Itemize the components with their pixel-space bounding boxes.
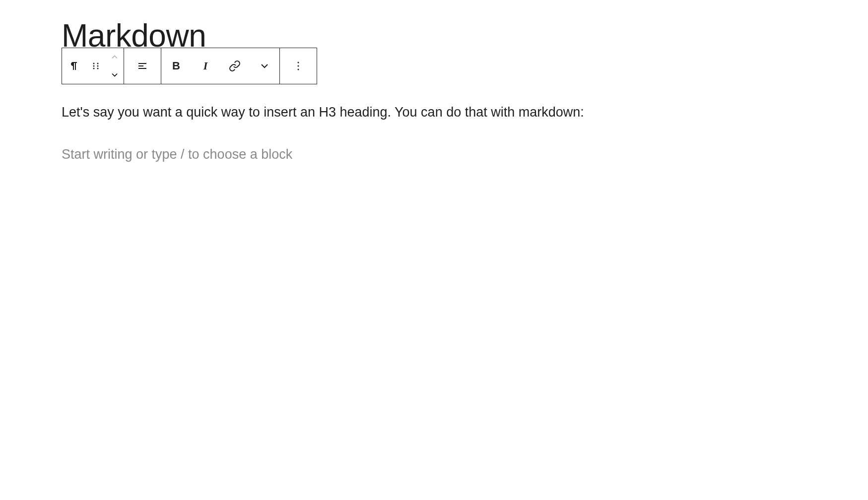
svg-point-2	[93, 68, 95, 69]
svg-point-1	[93, 65, 95, 67]
svg-point-4	[97, 65, 99, 67]
bold-button[interactable]: B	[161, 48, 191, 84]
mover-group	[106, 48, 124, 84]
bold-icon: B	[172, 60, 180, 72]
paragraph-block-icon[interactable]	[62, 48, 86, 84]
content-paragraph[interactable]: Let's say you want a quick way to insert…	[62, 102, 868, 123]
more-vertical-icon	[292, 60, 304, 72]
chevron-down-icon	[110, 70, 120, 80]
svg-point-10	[298, 65, 299, 67]
align-button[interactable]	[124, 48, 161, 84]
more-format-button[interactable]	[250, 48, 279, 84]
drag-icon	[90, 60, 102, 72]
svg-point-0	[93, 63, 95, 64]
chevron-down-icon	[259, 60, 270, 72]
link-icon	[229, 60, 241, 72]
more-options-button[interactable]	[280, 48, 317, 84]
chevron-up-icon	[110, 52, 120, 62]
toolbar-group-block	[62, 48, 124, 84]
move-down-button[interactable]	[106, 66, 124, 84]
italic-button[interactable]: I	[191, 48, 220, 84]
svg-point-3	[97, 63, 99, 64]
svg-point-5	[97, 68, 99, 69]
page-title[interactable]: Markdown	[62, 20, 868, 52]
svg-point-11	[298, 69, 299, 70]
svg-point-9	[298, 62, 299, 63]
italic-icon: I	[203, 60, 208, 72]
align-left-icon	[136, 60, 148, 72]
block-placeholder[interactable]: Start writing or type / to choose a bloc…	[62, 144, 868, 165]
move-up-button	[106, 48, 124, 66]
link-button[interactable]	[220, 48, 250, 84]
block-toolbar: B I	[62, 48, 317, 84]
toolbar-group-format: B I	[161, 48, 280, 84]
toolbar-group-align	[124, 48, 161, 84]
pilcrow-icon	[68, 60, 80, 72]
toolbar-group-more	[280, 48, 317, 84]
drag-handle[interactable]	[86, 48, 106, 84]
